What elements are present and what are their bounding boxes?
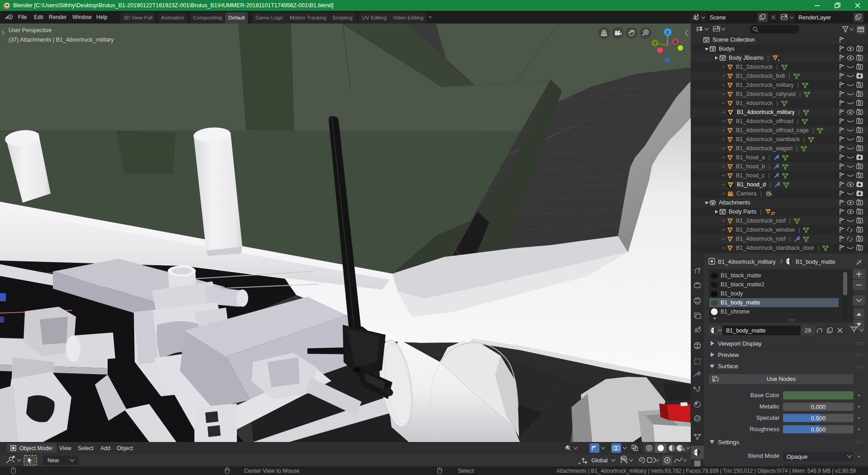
svg-text:Y: Y xyxy=(654,41,657,46)
svg-text:Object: Object xyxy=(117,445,133,451)
svg-text:Preview: Preview xyxy=(718,352,739,358)
svg-text:Settings: Settings xyxy=(718,439,739,446)
svg-text:User Perspective: User Perspective xyxy=(9,27,52,33)
svg-text:0.000: 0.000 xyxy=(811,404,826,410)
svg-text:View: View xyxy=(59,445,72,451)
svg-text:Opaque: Opaque xyxy=(787,453,807,460)
svg-text:Viewport Display: Viewport Display xyxy=(718,340,762,347)
svg-text:Attachments | B1_4doortruck_mi: Attachments | B1_4doortruck_military | V… xyxy=(557,468,856,474)
svg-text:0.500: 0.500 xyxy=(811,426,826,433)
svg-text:Specular: Specular xyxy=(756,414,780,421)
svg-text:Base Color: Base Color xyxy=(750,392,780,399)
svg-text:Select: Select xyxy=(458,468,474,474)
svg-text:Use Nodes: Use Nodes xyxy=(767,375,796,382)
svg-text:B1_black_matte: B1_black_matte xyxy=(721,272,761,279)
svg-text:B1_body_matte: B1_body_matte xyxy=(726,328,766,334)
svg-text:B1_body_matte: B1_body_matte xyxy=(796,259,835,265)
svg-text:B1_chrome: B1_chrome xyxy=(721,309,750,315)
svg-text:New: New xyxy=(47,457,59,464)
svg-text:B1_4doortruck_military: B1_4doortruck_military xyxy=(718,259,776,265)
svg-text:Center View to Mouse: Center View to Mouse xyxy=(244,468,300,474)
svg-text:B1_body_matte: B1_body_matte xyxy=(721,299,760,306)
svg-text:Metallic: Metallic xyxy=(760,403,780,410)
svg-text:X: X xyxy=(674,39,677,44)
svg-text:Surface: Surface xyxy=(718,363,738,370)
svg-text:Add: Add xyxy=(100,445,110,451)
svg-text:0.500: 0.500 xyxy=(811,415,826,422)
svg-text:Z: Z xyxy=(666,30,669,35)
svg-text:Object Mode: Object Mode xyxy=(19,445,52,451)
svg-text:Roughness: Roughness xyxy=(750,426,779,432)
svg-text:Select: Select xyxy=(78,445,94,451)
svg-text:B1_body: B1_body xyxy=(721,290,743,297)
svg-text:(37) Attachments | B1_4doortru: (37) Attachments | B1_4doortruck_militar… xyxy=(9,37,114,43)
svg-text:Scene: Scene xyxy=(710,14,726,21)
svg-text:B1_black_matte2: B1_black_matte2 xyxy=(721,281,764,288)
svg-text:RenderLayer: RenderLayer xyxy=(798,14,831,21)
svg-text:Global: Global xyxy=(591,457,608,464)
svg-text:Blend Mode: Blend Mode xyxy=(748,452,779,459)
svg-text:29: 29 xyxy=(805,328,811,334)
